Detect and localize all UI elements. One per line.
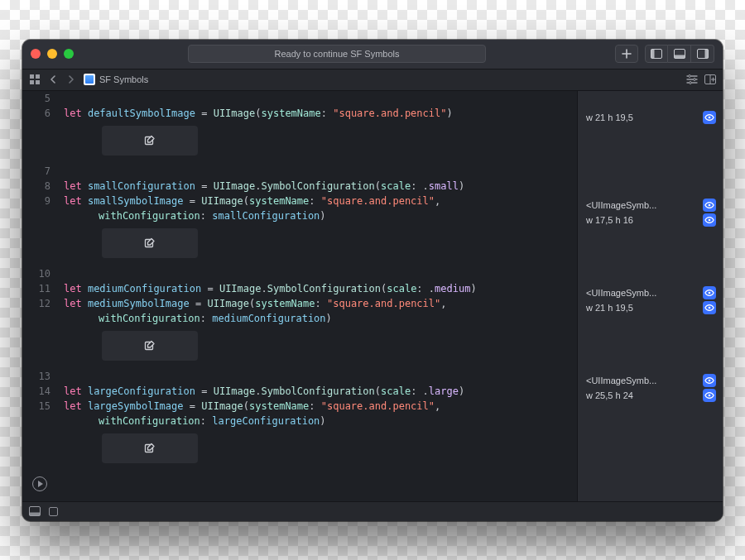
svg-point-11	[694, 79, 696, 81]
svg-point-12	[690, 82, 692, 84]
line-number: 7	[22, 164, 59, 179]
code-content[interactable]: withConfiguration: mediumConfiguration)	[59, 311, 332, 326]
svg-point-23	[709, 306, 711, 309]
debug-bar	[22, 501, 723, 521]
add-editor-icon[interactable]	[704, 74, 716, 85]
forward-button[interactable]	[65, 74, 77, 85]
code-content[interactable]	[59, 369, 70, 384]
minimize-button[interactable]	[47, 49, 57, 59]
code-content[interactable]: let mediumConfiguration = UIImage.Symbol…	[59, 281, 477, 296]
line-number	[22, 311, 59, 326]
svg-rect-6	[30, 74, 34, 79]
code-line: 13	[22, 369, 577, 384]
result-row[interactable]: w 25,5 h 24	[586, 389, 716, 402]
quicklook-button[interactable]	[703, 199, 716, 212]
zoom-button[interactable]	[64, 49, 74, 59]
status-text: Ready to continue SF Symbols	[274, 49, 399, 59]
line-number: 13	[22, 369, 59, 384]
panel-toggle-group	[645, 45, 714, 63]
code-content[interactable]: let smallSymbolImage = UIImage(systemNam…	[59, 194, 440, 208]
code-line: 5	[22, 91, 577, 106]
code-content[interactable]	[59, 164, 70, 179]
svg-point-10	[689, 75, 691, 78]
result-row[interactable]: <UIImageSymb...	[586, 374, 716, 387]
code-content[interactable]	[59, 266, 70, 281]
quicklook-button[interactable]	[703, 286, 716, 299]
svg-rect-1	[651, 50, 655, 59]
line-number	[22, 414, 59, 428]
svg-point-25	[709, 394, 711, 396]
quicklook-button[interactable]	[703, 111, 716, 124]
run-playground-button[interactable]	[32, 476, 47, 491]
related-items-icon[interactable]	[29, 74, 41, 85]
code-line: withConfiguration: mediumConfiguration)	[22, 311, 577, 326]
back-button[interactable]	[47, 74, 59, 85]
svg-point-21	[709, 218, 711, 221]
line-number: 14	[22, 384, 59, 399]
code-line: 8let smallConfiguration = UIImage.Symbol…	[22, 179, 577, 194]
breadcrumb[interactable]: SF Symbols	[84, 74, 148, 85]
code-content[interactable]: let smallConfiguration = UIImage.SymbolC…	[59, 179, 464, 194]
toggle-navigator-button[interactable]	[645, 45, 668, 63]
svg-rect-27	[30, 513, 41, 516]
code-content[interactable]: withConfiguration: smallConfiguration)	[59, 208, 326, 223]
svg-rect-9	[36, 80, 40, 84]
add-button[interactable]	[615, 45, 638, 63]
code-content[interactable]: withConfiguration: largeConfiguration)	[59, 414, 326, 428]
inline-result-preview[interactable]	[102, 331, 198, 361]
quicklook-button[interactable]	[703, 374, 716, 387]
activity-viewer[interactable]: Ready to continue SF Symbols	[188, 45, 486, 63]
jump-bar: SF Symbols	[22, 69, 723, 91]
code-line: 14let largeConfiguration = UIImage.Symbo…	[22, 384, 577, 399]
inline-result-preview[interactable]	[102, 228, 198, 258]
stop-debug-icon[interactable]	[49, 507, 58, 516]
breadcrumb-file: SF Symbols	[99, 74, 148, 84]
square-and-pencil-icon	[143, 442, 156, 455]
line-number: 15	[22, 399, 59, 414]
titlebar: Ready to continue SF Symbols	[22, 40, 723, 69]
result-text: w 21 h 19,5	[586, 303, 698, 313]
result-row[interactable]: w 21 h 19,5	[586, 111, 716, 124]
code-content[interactable]	[59, 91, 70, 106]
code-line: 10	[22, 266, 577, 281]
result-text: <UIImageSymb...	[586, 200, 698, 210]
result-row[interactable]: <UIImageSymb...	[586, 199, 716, 212]
code-content[interactable]: let defaultSymbolImage = UIImage(systemN…	[59, 106, 453, 121]
result-row[interactable]: w 17,5 h 16	[586, 213, 716, 227]
code-line: 15let largeSymbolImage = UIImage(systemN…	[22, 399, 577, 414]
line-number: 6	[22, 106, 59, 121]
svg-point-24	[709, 379, 711, 381]
svg-point-22	[709, 291, 711, 294]
hide-debug-icon[interactable]	[29, 506, 41, 516]
result-row[interactable]: <UIImageSymb...	[586, 286, 716, 299]
inline-result-preview[interactable]	[102, 433, 198, 463]
code-content[interactable]: let mediumSymbolImage = UIImage(systemNa…	[59, 296, 447, 311]
line-number: 10	[22, 266, 59, 281]
code-line: withConfiguration: largeConfiguration)	[22, 414, 577, 428]
square-and-pencil-icon	[143, 237, 156, 250]
code-editor[interactable]: 5 6let defaultSymbolImage = UIImage(syst…	[22, 91, 577, 501]
code-content[interactable]: let largeConfiguration = UIImage.SymbolC…	[59, 384, 464, 399]
code-line: 9let smallSymbolImage = UIImage(systemNa…	[22, 194, 577, 208]
toggle-inspector-button[interactable]	[691, 45, 714, 63]
result-text: w 17,5 h 16	[586, 215, 698, 225]
code-content[interactable]: let largeSymbolImage = UIImage(systemNam…	[59, 399, 440, 414]
line-number: 12	[22, 296, 59, 311]
svg-rect-5	[704, 50, 708, 59]
traffic-lights	[31, 49, 74, 59]
quicklook-button[interactable]	[703, 213, 716, 227]
result-text: w 25,5 h 24	[586, 390, 698, 400]
result-row[interactable]: w 21 h 19,5	[586, 301, 716, 314]
quicklook-button[interactable]	[703, 389, 716, 402]
code-line: 11let mediumConfiguration = UIImage.Symb…	[22, 281, 577, 296]
quicklook-button[interactable]	[703, 301, 716, 314]
inline-result-preview[interactable]	[102, 126, 198, 156]
close-button[interactable]	[31, 49, 41, 59]
svg-rect-7	[36, 74, 40, 79]
line-number: 9	[22, 194, 59, 208]
svg-rect-8	[30, 80, 34, 84]
square-and-pencil-icon	[143, 134, 156, 147]
toggle-debug-button[interactable]	[668, 45, 691, 63]
adjust-editor-icon[interactable]	[686, 74, 698, 85]
square-and-pencil-icon	[143, 339, 156, 352]
